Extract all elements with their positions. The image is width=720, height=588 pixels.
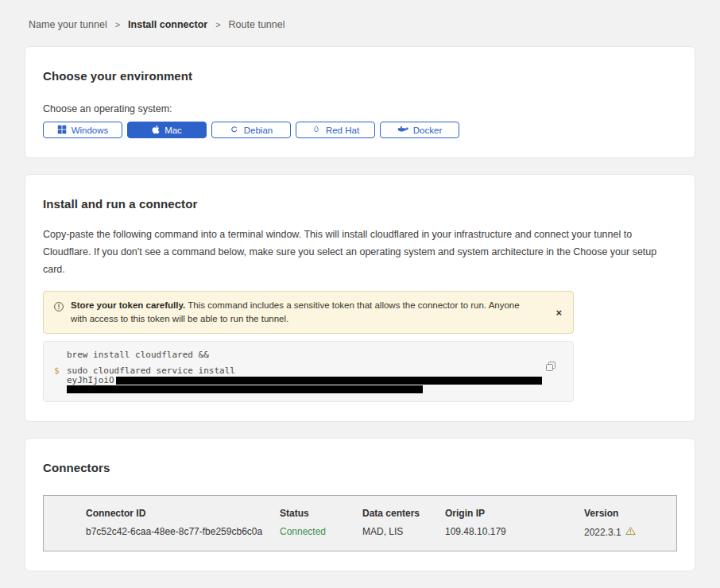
- version-text: 2022.3.1: [584, 527, 621, 538]
- code-line-sudo: $sudo cloudflared service install: [44, 366, 573, 376]
- redacted-token-bar: [67, 385, 423, 393]
- code-line-brew: brew install cloudflared &&: [44, 350, 573, 360]
- install-command-code-block: brew install cloudflared && $sudo cloudf…: [43, 341, 574, 402]
- connectors-table: Connector ID Status Data centers Origin …: [43, 495, 677, 551]
- breadcrumb-name-your-tunnel[interactable]: Name your tunnel: [29, 19, 107, 30]
- col-header-connector-id: Connector ID: [86, 508, 280, 526]
- install-card: Install and run a connector Copy-paste t…: [25, 174, 695, 422]
- col-header-version: Version: [584, 508, 676, 526]
- token-warning-title: Store your token carefully.: [71, 300, 185, 310]
- os-button-windows[interactable]: Windows: [43, 122, 122, 138]
- warning-triangle-icon: [625, 526, 636, 538]
- code-line-token: eyJhIjoiO: [44, 376, 573, 385]
- docker-icon: [397, 125, 408, 135]
- os-button-mac[interactable]: Mac: [127, 122, 207, 138]
- os-button-docker[interactable]: Docker: [380, 122, 459, 138]
- install-card-title: Install and run a connector: [43, 197, 677, 211]
- code-line-token-2: [44, 385, 573, 393]
- environment-card: Choose your environment Choose an operat…: [25, 46, 695, 158]
- col-header-status: Status: [280, 508, 362, 526]
- cell-version: 2022.3.1: [584, 526, 676, 538]
- os-button-label: Mac: [165, 126, 182, 135]
- col-header-origin-ip: Origin IP: [445, 508, 584, 526]
- os-button-label: Docker: [413, 126, 442, 135]
- os-button-label: Debian: [244, 126, 273, 135]
- token-prefix-text: eyJhIjoiO: [67, 376, 114, 385]
- breadcrumb-separator: >: [115, 20, 120, 29]
- connectors-table-header-row: Connector ID Status Data centers Origin …: [86, 508, 676, 526]
- breadcrumb: Name your tunnel > Install connector > R…: [0, 0, 720, 30]
- os-button-label: Windows: [72, 126, 109, 135]
- redacted-token-bar: [116, 377, 542, 385]
- table-row: b7c52c42-6caa-48ee-8c77-fbe259cb6c0a Con…: [86, 526, 676, 538]
- col-header-data-centers: Data centers: [362, 508, 445, 526]
- alert-circle-icon: [53, 301, 64, 315]
- cell-connector-id: b7c52c42-6caa-48ee-8c77-fbe259cb6c0a: [86, 526, 280, 538]
- shell-prompt: $: [54, 366, 60, 376]
- os-button-group: Windows Mac Debian Red Hat Docker: [43, 122, 677, 138]
- cell-data-centers: MAD, LIS: [362, 526, 445, 538]
- copy-icon[interactable]: [545, 361, 556, 374]
- cell-origin-ip: 109.48.10.179: [445, 526, 584, 538]
- windows-icon: [57, 125, 67, 136]
- environment-card-title: Choose your environment: [43, 69, 677, 83]
- os-button-debian[interactable]: Debian: [211, 122, 291, 138]
- redhat-icon: [312, 125, 321, 136]
- os-button-label: Red Hat: [326, 126, 359, 135]
- token-warning-banner: Store your token carefully. This command…: [43, 291, 574, 335]
- install-description: Copy-paste the following command into a …: [43, 226, 677, 279]
- os-button-redhat[interactable]: Red Hat: [296, 122, 375, 138]
- status-badge: Connected: [280, 526, 362, 538]
- close-icon[interactable]: ×: [552, 305, 565, 319]
- breadcrumb-separator: >: [215, 20, 220, 29]
- connectors-card: Connectors Connector ID Status Data cent…: [25, 438, 695, 571]
- debian-icon: [230, 125, 239, 136]
- apple-icon: [152, 125, 160, 136]
- connectors-card-title: Connectors: [43, 461, 677, 474]
- os-select-label: Choose an operating system:: [43, 103, 677, 114]
- breadcrumb-route-tunnel[interactable]: Route tunnel: [229, 19, 285, 30]
- token-warning-text: Store your token carefully. This command…: [71, 299, 565, 327]
- breadcrumb-install-connector[interactable]: Install connector: [128, 19, 207, 30]
